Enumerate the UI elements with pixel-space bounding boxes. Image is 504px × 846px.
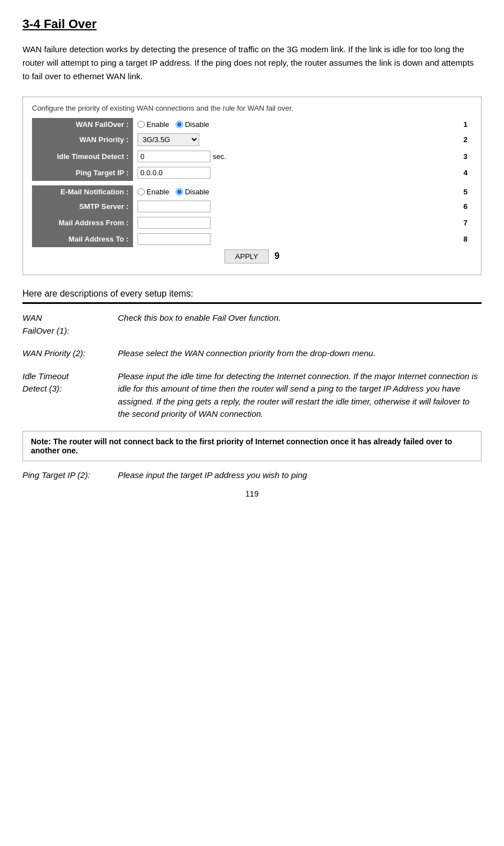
config-label-4: Ping Target IP :	[32, 165, 133, 181]
after-note-def: Please input the target IP address you w…	[118, 467, 482, 484]
desc-def-2: Please input the idle time for detecting…	[118, 368, 482, 423]
desc-term-2: Idle Timeout Detect (3):	[22, 368, 118, 423]
config-row-2: WAN Priority :3G/3.5G2	[32, 131, 472, 148]
config-value-8[interactable]	[133, 231, 455, 247]
input-field-4[interactable]	[138, 167, 210, 179]
config-label-8: Mail Address To :	[32, 231, 133, 247]
note-box: Note: The router will not connect back t…	[22, 431, 482, 461]
config-row-7: Mail Address From :7	[32, 215, 472, 231]
config-table: WAN FailOver :EnableDisable1WAN Priority…	[32, 118, 472, 266]
config-label-6: SMTP Server :	[32, 198, 133, 215]
config-value-7[interactable]	[133, 215, 455, 231]
row-number-1: 1	[455, 118, 472, 131]
input-field-6[interactable]	[138, 201, 210, 212]
after-note-table: Ping Target IP (2): Please input the tar…	[22, 467, 482, 484]
desc-def-0: Check this box to enable Fail Over funct…	[118, 310, 482, 339]
desc-heading: Here are descriptions of every setup ite…	[22, 289, 482, 299]
apply-row: APPLY9	[32, 247, 472, 266]
input-field-8[interactable]	[138, 233, 210, 245]
apply-button[interactable]: APPLY	[224, 249, 269, 263]
radio-disable-1[interactable]	[176, 121, 183, 128]
row-number-6: 6	[455, 198, 472, 215]
config-value-1[interactable]: EnableDisable	[133, 118, 455, 131]
config-row-1: WAN FailOver :EnableDisable1	[32, 118, 472, 131]
config-row-5: E-Mail Notification :EnableDisable5	[32, 185, 472, 198]
select-wan-priority[interactable]: 3G/3.5G	[138, 133, 199, 146]
config-label-5: E-Mail Notification :	[32, 185, 133, 198]
config-value-3[interactable]: sec.	[133, 148, 455, 165]
thick-divider	[22, 302, 482, 304]
desc-row-0: WAN FailOver (1):Check this box to enabl…	[22, 310, 482, 339]
config-label-2: WAN Priority :	[32, 131, 133, 148]
desc-term-1: WAN Priority (2):	[22, 345, 118, 362]
page-number: 119	[22, 489, 482, 498]
row-number-5: 5	[455, 185, 472, 198]
after-note-term: Ping Target IP (2):	[22, 467, 118, 484]
input-idle-timeout[interactable]	[138, 151, 210, 162]
config-label-1: WAN FailOver :	[32, 118, 133, 131]
row-number-8: 8	[455, 231, 472, 247]
config-label-3: Idle Timeout Detect :	[32, 148, 133, 165]
intro-paragraph: WAN failure detection works by detecting…	[22, 43, 482, 83]
radio-enable-1[interactable]	[138, 121, 145, 128]
desc-row-2: Idle Timeout Detect (3):Please input the…	[22, 368, 482, 423]
config-value-2[interactable]: 3G/3.5G	[133, 131, 455, 148]
config-box: Configure the priority of existing WAN c…	[22, 97, 482, 275]
apply-num: 9	[274, 251, 280, 261]
config-value-5[interactable]: EnableDisable	[133, 185, 455, 198]
desc-term-0: WAN FailOver (1):	[22, 310, 118, 339]
radio-enable-5[interactable]	[138, 188, 145, 195]
desc-row-1: WAN Priority (2):Please select the WAN c…	[22, 345, 482, 362]
config-value-6[interactable]	[133, 198, 455, 215]
row-number-3: 3	[455, 148, 472, 165]
desc-def-1: Please select the WAN connection priorit…	[118, 345, 482, 362]
desc-table: WAN FailOver (1):Check this box to enabl…	[22, 310, 482, 423]
config-label-7: Mail Address From :	[32, 215, 133, 231]
after-note-row: Ping Target IP (2): Please input the tar…	[22, 467, 482, 484]
row-number-4: 4	[455, 165, 472, 181]
config-value-4[interactable]	[133, 165, 455, 181]
radio-disable-5[interactable]	[176, 188, 183, 195]
config-row-8: Mail Address To :8	[32, 231, 472, 247]
row-number-7: 7	[455, 215, 472, 231]
config-caption: Configure the priority of existing WAN c…	[32, 104, 472, 112]
row-number-2: 2	[455, 131, 472, 148]
config-row-4: Ping Target IP :4	[32, 165, 472, 181]
page-title: 3-4 Fail Over	[22, 17, 482, 31]
input-field-7[interactable]	[138, 217, 210, 229]
config-row-6: SMTP Server :6	[32, 198, 472, 215]
config-row-3: Idle Timeout Detect :sec.3	[32, 148, 472, 165]
